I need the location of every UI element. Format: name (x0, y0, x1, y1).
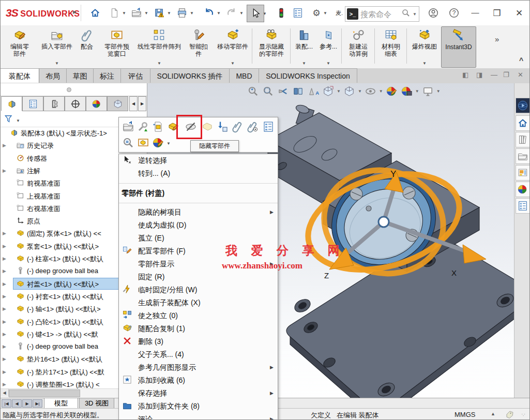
component-list-icon[interactable] (262, 120, 275, 133)
apply-scene-icon[interactable] (401, 85, 413, 97)
tab-MBD[interactable]: MBD (230, 68, 259, 83)
tab-草图[interactable]: 草图 (67, 68, 94, 83)
menu-item[interactable]: 保存选择▶ (119, 387, 278, 400)
annotation-view-icon[interactable]: A (307, 85, 319, 97)
menu-item[interactable]: 删除 (3) (119, 335, 278, 348)
doc-close-icon[interactable]: ✕ (518, 71, 523, 79)
ribbon-button-motion-study[interactable]: 新建运动算例 (343, 26, 373, 67)
tab-装配体[interactable]: 装配体 (1, 68, 39, 83)
edit-in-context-icon[interactable] (137, 120, 150, 133)
tab-评估[interactable]: 评估 (121, 68, 150, 83)
doc-minimize-icon[interactable]: — (491, 71, 497, 79)
menu-item[interactable]: 参考几何图形显示▶ (119, 361, 278, 374)
ribbon-button-mate[interactable]: 配合 (76, 26, 98, 67)
file-explorer-icon[interactable] (516, 148, 530, 164)
dimxpert-tab[interactable] (65, 96, 86, 111)
component-preview-window-icon[interactable] (137, 136, 150, 149)
insert-component-dropdown-arrow[interactable]: ▼ (55, 61, 59, 66)
expand-arrow-icon[interactable]: ▶ (3, 294, 6, 299)
expand-arrow-icon[interactable]: ▶ (3, 332, 6, 337)
status-units[interactable]: MMGS (455, 411, 475, 418)
menu-item[interactable]: 配置零部件 (F) (119, 245, 278, 258)
nav-first-button[interactable]: |◀ (2, 399, 11, 408)
tab-布局[interactable]: 布局 (39, 68, 67, 83)
redo-icon-dropdown-arrow[interactable]: ▼ (239, 11, 244, 16)
expand-arrow-icon[interactable]: ▶ (3, 344, 6, 349)
appearances-scenes-icon[interactable] (516, 182, 530, 197)
doc-tab-3D 视图[interactable]: 3D 视图 (79, 398, 114, 408)
panel-splitter-handle[interactable] (67, 87, 71, 92)
ribbon-button-exploded-view[interactable]: 爆炸视图▼ (408, 26, 441, 67)
mate-icon[interactable] (231, 120, 244, 133)
interference-light-icon[interactable] (274, 5, 289, 21)
tab-标注[interactable]: 标注 (94, 68, 121, 83)
settings-gear-icon-dropdown-arrow[interactable]: ▼ (323, 11, 327, 16)
expand-arrow-icon[interactable]: ▶ (3, 281, 6, 287)
open-icon-dropdown-arrow[interactable]: ▼ (144, 11, 148, 16)
insert-component-below-icon[interactable] (216, 120, 229, 133)
nav-next-button[interactable]: ▶ (22, 399, 32, 408)
help-icon[interactable]: ? (446, 5, 462, 21)
expand-arrow-icon[interactable]: ▶ (3, 244, 6, 249)
ribbon-button-component-preview[interactable]: 零部件预览窗口 (98, 26, 135, 67)
zoom-to-selection-icon[interactable] (122, 136, 135, 149)
featuremanager-tab[interactable] (1, 96, 22, 111)
configuration-tab[interactable] (43, 96, 65, 111)
menu-item[interactable]: 孤立 (E) (119, 232, 278, 245)
expand-arrow-icon[interactable]: ▶ (3, 143, 6, 148)
view-mates-icon[interactable] (246, 120, 259, 133)
assembly-features-dropdown-arrow[interactable]: ▼ (302, 61, 306, 66)
ribbon-overflow-chevron[interactable]: » (495, 35, 499, 43)
expand-arrow-icon[interactable]: ▶ (3, 382, 6, 387)
print-icon-dropdown-arrow[interactable]: ▼ (190, 11, 194, 16)
view-settings-icon[interactable] (422, 85, 434, 97)
menu-item[interactable]: 评论▶ (119, 413, 278, 420)
menu-item[interactable]: 添加到收藏 (6) (119, 374, 278, 387)
home-icon[interactable] (87, 5, 103, 21)
appearance-edit-icon[interactable] (152, 136, 165, 149)
menu-item[interactable]: 隐藏的树项目▶ (119, 206, 278, 219)
ribbon-button-instant3d[interactable]: Instant3D (441, 26, 476, 68)
panel-tab-scroll-right[interactable]: ▶ (138, 96, 146, 111)
design-library-icon[interactable] (516, 132, 530, 147)
expand-arrow-icon[interactable]: ▶ (3, 319, 6, 324)
ribbon-button-smart-fasteners[interactable]: 智能扣件 (183, 26, 214, 67)
expand-arrow-icon[interactable]: ▶ (3, 268, 6, 274)
property-manager-tab[interactable] (22, 96, 43, 111)
linear-pattern-dropdown-arrow[interactable]: ▼ (157, 61, 161, 66)
component-properties-icon[interactable] (152, 120, 165, 133)
doc-tab-模型[interactable]: 模型 (44, 398, 78, 408)
view-orientation-icon[interactable] (322, 85, 334, 97)
ribbon-collapse-arrow[interactable]: ^ (519, 56, 523, 65)
expand-arrow-icon[interactable]: ▶ (3, 306, 6, 311)
print-icon[interactable]: ▼ (174, 5, 190, 21)
new-document-icon[interactable]: ▼ (107, 5, 122, 21)
scrollbar-thumb[interactable] (9, 389, 80, 397)
select-cursor-icon[interactable]: ▼ (247, 5, 264, 22)
threedexperience-icon[interactable] (516, 98, 530, 113)
ribbon-button-move-component[interactable]: 移动零部件▼ (215, 26, 251, 67)
open-in-context-icon[interactable] (122, 120, 135, 133)
undo-icon-dropdown-arrow[interactable]: ▼ (217, 11, 221, 16)
ribbon-button-bill-of-materials[interactable]: 材料明细表 (376, 26, 405, 67)
pane-left-icon[interactable]: ◧ (462, 71, 468, 79)
maximize-button[interactable]: ❒ (490, 8, 504, 19)
ribbon-button-edit-component[interactable]: 编辑零部件 (2, 26, 38, 67)
menu-item[interactable]: 父子关系... (4) (119, 348, 278, 361)
menu-expand-arrow[interactable]: ▶ (73, 9, 77, 14)
display-style-dropdown-arrow[interactable]: ▼ (358, 89, 362, 94)
expand-arrow-icon[interactable]: ▶ (3, 356, 6, 362)
tab-SOLIDWORKS Inspection[interactable]: SOLIDWORKS Inspection (259, 68, 357, 83)
save-icon[interactable]: ▼ (152, 5, 167, 21)
menu-item[interactable]: 转到... (A) (119, 167, 278, 180)
filter-dropdown-arrow[interactable]: ▼ (16, 118, 20, 123)
move-component-dropdown-arrow[interactable]: ▼ (231, 61, 235, 66)
ribbon-button-reference-geometry[interactable]: 参考...▼ (316, 26, 340, 67)
exploded-view-dropdown-arrow[interactable]: ▼ (422, 61, 427, 66)
resize-grip[interactable]: ⸪ (522, 412, 525, 418)
new-document-icon-dropdown-arrow[interactable]: ▼ (122, 11, 126, 16)
account-icon[interactable] (426, 5, 441, 21)
settings-gear-icon[interactable]: ⚙▼ (309, 5, 324, 21)
nav-prev-button[interactable]: ◀ (12, 399, 22, 408)
menu-item[interactable]: 临时固定/分组 (W) (119, 283, 278, 296)
